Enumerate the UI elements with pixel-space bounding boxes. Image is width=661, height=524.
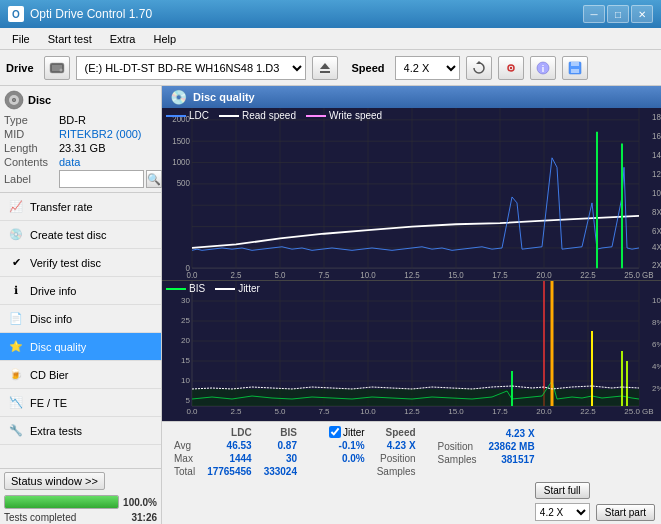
cd-bier-label: CD Bier bbox=[30, 369, 69, 381]
menu-extra[interactable]: Extra bbox=[102, 31, 144, 47]
svg-text:20.0: 20.0 bbox=[536, 407, 552, 416]
svg-text:0.0: 0.0 bbox=[186, 407, 198, 416]
svg-text:20: 20 bbox=[181, 336, 190, 345]
sidebar-item-cd-bier[interactable]: 🍺CD Bier bbox=[0, 361, 161, 389]
transfer-rate-label: Transfer rate bbox=[30, 201, 93, 213]
speed-label: Speed bbox=[352, 62, 385, 74]
drive-select[interactable]: (E:) HL-DT-ST BD-RE WH16NS48 1.D3 bbox=[76, 56, 306, 80]
status-bar: Status window >> 100.0% Tests completed … bbox=[0, 468, 161, 524]
disc-mid-label: MID bbox=[4, 128, 59, 140]
menu-bar: File Start test Extra Help bbox=[0, 28, 661, 50]
disc-title: Disc bbox=[28, 94, 51, 106]
disc-mid-row: MID RITEKBR2 (000) bbox=[4, 128, 157, 140]
svg-text:22.5: 22.5 bbox=[580, 407, 596, 416]
svg-text:25.0 GB: 25.0 GB bbox=[624, 407, 653, 416]
disc-contents-label: Contents bbox=[4, 156, 59, 168]
speed-dropdown[interactable]: 4.2 X bbox=[535, 503, 590, 521]
disc-length-value: 23.31 GB bbox=[59, 142, 105, 154]
svg-text:17.5: 17.5 bbox=[492, 407, 508, 416]
svg-text:25.0 GB: 25.0 GB bbox=[624, 269, 653, 280]
svg-text:12.5: 12.5 bbox=[404, 269, 420, 280]
speed-select[interactable]: 4.2 X bbox=[395, 56, 460, 80]
svg-text:2.5: 2.5 bbox=[230, 269, 241, 280]
cd-bier-icon: 🍺 bbox=[8, 367, 24, 383]
stats-bar: LDC BIS Jitter Speed Avg 46.53 0.87 bbox=[162, 421, 661, 524]
svg-text:22.5: 22.5 bbox=[580, 269, 596, 280]
save-button[interactable] bbox=[562, 56, 588, 80]
create-test-disc-label: Create test disc bbox=[30, 229, 106, 241]
svg-rect-11 bbox=[571, 62, 579, 66]
speed-row: 4.2 X Start part bbox=[535, 503, 655, 521]
create-test-disc-icon: 💿 bbox=[8, 227, 24, 243]
legend-jitter: Jitter bbox=[215, 283, 260, 294]
charts-container: LDC Read speed Write speed bbox=[162, 108, 661, 421]
svg-text:14X: 14X bbox=[652, 149, 661, 160]
eject-button[interactable] bbox=[312, 56, 338, 80]
legend-bis: BIS bbox=[166, 283, 205, 294]
info-button[interactable]: i bbox=[530, 56, 556, 80]
drive-label: Drive bbox=[6, 62, 34, 74]
disc-type-value: BD-R bbox=[59, 114, 86, 126]
svg-text:17.5: 17.5 bbox=[492, 269, 508, 280]
svg-text:500: 500 bbox=[177, 178, 190, 189]
close-button[interactable]: ✕ bbox=[631, 5, 653, 23]
svg-text:5.0: 5.0 bbox=[274, 407, 286, 416]
sidebar-item-disc-quality[interactable]: ⭐Disc quality bbox=[0, 333, 161, 361]
svg-marker-5 bbox=[476, 61, 482, 64]
status-time: 31:26 bbox=[131, 512, 157, 523]
app-title: Opti Drive Control 1.70 bbox=[30, 7, 152, 21]
status-window-button[interactable]: Status window >> bbox=[4, 472, 105, 490]
status-text-row: Tests completed 31:26 bbox=[0, 511, 161, 524]
sidebar-item-verify-test-disc[interactable]: ✔Verify test disc bbox=[0, 249, 161, 277]
svg-marker-3 bbox=[320, 63, 330, 69]
svg-text:30: 30 bbox=[181, 296, 190, 305]
jitter-checkbox[interactable] bbox=[329, 426, 341, 438]
start-part-button[interactable]: Start part bbox=[596, 504, 655, 521]
svg-text:20.0: 20.0 bbox=[536, 269, 552, 280]
disc-label-button[interactable]: 🔍 bbox=[146, 170, 162, 188]
menu-start-test[interactable]: Start test bbox=[40, 31, 100, 47]
stats-total-row: Total 17765456 333024 Samples bbox=[168, 465, 422, 478]
title-bar-left: O Opti Drive Control 1.70 bbox=[8, 6, 152, 22]
sidebar-item-disc-info[interactable]: 📄Disc info bbox=[0, 305, 161, 333]
svg-text:15.0: 15.0 bbox=[448, 407, 464, 416]
settings-button[interactable] bbox=[498, 56, 524, 80]
chart-header: 💿 Disc quality bbox=[162, 86, 661, 108]
sidebar-item-create-test-disc[interactable]: 💿Create test disc bbox=[0, 221, 161, 249]
svg-point-7 bbox=[509, 66, 511, 68]
disc-mid-value: RITEKBR2 (000) bbox=[59, 128, 142, 140]
drive-info-icon: ℹ bbox=[8, 283, 24, 299]
svg-text:6X: 6X bbox=[652, 225, 661, 236]
chart-top-legend: LDC Read speed Write speed bbox=[166, 110, 382, 121]
svg-text:i: i bbox=[541, 64, 544, 74]
disc-info-label: Disc info bbox=[30, 313, 72, 325]
drive-icon-btn[interactable] bbox=[44, 56, 70, 80]
chart-top-svg: 2000 1500 1000 500 0 18X 16X 14X 12X 10X… bbox=[162, 108, 661, 280]
disc-label-input[interactable] bbox=[59, 170, 144, 188]
sidebar-item-drive-info[interactable]: ℹDrive info bbox=[0, 277, 161, 305]
menu-help[interactable]: Help bbox=[145, 31, 184, 47]
nav-menu: 📈Transfer rate💿Create test disc✔Verify t… bbox=[0, 193, 161, 445]
progress-bar-fill bbox=[5, 496, 118, 508]
menu-file[interactable]: File bbox=[4, 31, 38, 47]
svg-text:5: 5 bbox=[186, 396, 191, 405]
chart-header-title: Disc quality bbox=[193, 91, 255, 103]
maximize-button[interactable]: □ bbox=[607, 5, 629, 23]
sidebar-item-extra-tests[interactable]: 🔧Extra tests bbox=[0, 417, 161, 445]
disc-label-label: Label bbox=[4, 173, 59, 185]
title-bar: O Opti Drive Control 1.70 ─ □ ✕ bbox=[0, 0, 661, 28]
sidebar: Disc Type BD-R MID RITEKBR2 (000) Length… bbox=[0, 86, 162, 524]
sidebar-item-fe-te[interactable]: 📉FE / TE bbox=[0, 389, 161, 417]
disc-header: Disc bbox=[4, 90, 157, 110]
refresh-button[interactable] bbox=[466, 56, 492, 80]
status-text: Tests completed bbox=[4, 512, 76, 523]
sidebar-item-transfer-rate[interactable]: 📈Transfer rate bbox=[0, 193, 161, 221]
svg-rect-12 bbox=[571, 69, 579, 73]
svg-rect-83 bbox=[192, 389, 639, 406]
start-full-button[interactable]: Start full bbox=[535, 482, 590, 499]
svg-rect-4 bbox=[320, 71, 330, 73]
minimize-button[interactable]: ─ bbox=[583, 5, 605, 23]
svg-text:1500: 1500 bbox=[172, 135, 190, 146]
verify-test-disc-label: Verify test disc bbox=[30, 257, 101, 269]
svg-rect-17 bbox=[162, 108, 661, 280]
